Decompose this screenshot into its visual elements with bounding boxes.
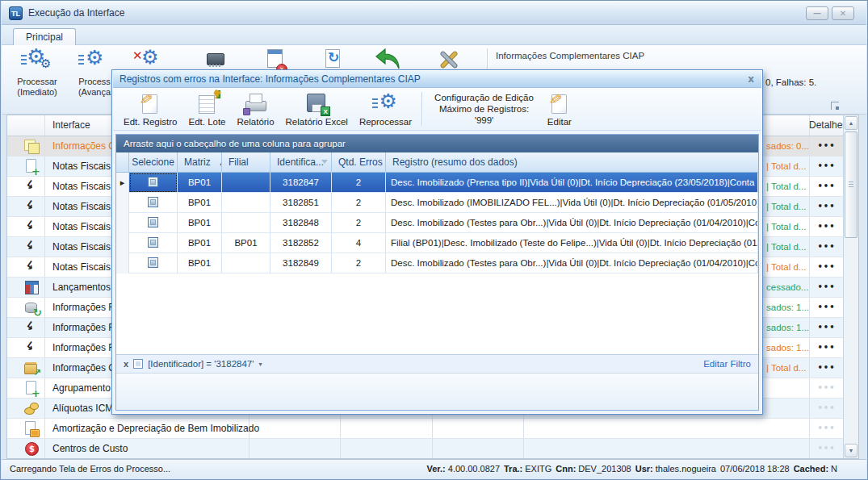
filter-expression[interactable]: [Identificador] = '3182847' — [148, 359, 254, 369]
row-indicator — [116, 253, 129, 273]
details-button[interactable]: ••• — [809, 298, 843, 317]
reprocess-gear-icon — [375, 92, 397, 114]
row-icon — [23, 179, 40, 194]
checkbox-icon[interactable] — [148, 177, 158, 187]
detalhes-column-header[interactable]: Detalhes — [809, 115, 844, 136]
edit-filter-link[interactable]: Editar Filtro — [703, 359, 751, 369]
details-button[interactable]: ••• — [809, 399, 843, 418]
interface-label: Amortização e Depreciação de Bem Imobili… — [52, 419, 504, 438]
interface-row[interactable]: Centros de Custo ••• — [7, 439, 843, 458]
processar-imediato-button[interactable]: Processar (Imediato) — [5, 48, 69, 98]
error-record-row[interactable]: ▸ BP01 3182847 2 Desc. Imobilizado (Pren… — [116, 173, 758, 193]
report-button[interactable]: Relatório — [232, 90, 280, 128]
status-fragment: sados: 0... — [766, 136, 811, 156]
details-button[interactable]: ••• — [809, 278, 843, 297]
group-by-bar[interactable]: Arraste aqui o cabeçalho de uma coluna p… — [116, 135, 758, 152]
select-cell[interactable] — [129, 233, 178, 253]
checkbox-icon[interactable] — [148, 197, 158, 207]
edit-record-button[interactable]: Edt. Registro — [118, 90, 182, 128]
minimize-button[interactable]: — — [806, 6, 828, 20]
filter-dropdown-icon[interactable]: ▾ — [258, 361, 262, 368]
status-segment: Ver.:4.00.00.0827 — [427, 464, 500, 474]
error-record-row[interactable]: BP01 3182849 2 Desc. Imobilizado (Testes… — [116, 253, 758, 273]
details-button[interactable]: ••• — [809, 257, 843, 277]
details-button[interactable]: ••• — [809, 338, 843, 357]
edit-batch-button[interactable]: Edt. Lote — [182, 90, 231, 128]
app-window: TL Execução da Interface — ✕ Principal P… — [0, 0, 868, 480]
error-records-dialog: Registros com erros na Interface: Inform… — [111, 69, 763, 415]
tab-principal[interactable]: Principal — [13, 28, 76, 45]
registro-column-header[interactable]: Registro (resumo dos dados) — [386, 152, 758, 173]
row-indicator — [116, 233, 129, 253]
identificador-column-header[interactable]: Identifica... — [270, 152, 332, 173]
details-button[interactable]: ••• — [809, 157, 843, 176]
select-cell[interactable] — [129, 173, 178, 193]
status-fragment: | Total d... — [766, 217, 811, 236]
registro-cell: Desc. Imobilizado (Prensa tipo II)|Vida … — [386, 173, 758, 193]
details-button[interactable]: ••• — [809, 439, 843, 458]
title-bar: TL Execução da Interface — ✕ — [2, 1, 866, 25]
checkbox-icon[interactable] — [148, 257, 158, 268]
checkbox-icon[interactable] — [148, 237, 158, 248]
group-dialog-launcher-icon[interactable] — [831, 102, 839, 110]
details-button[interactable]: ••• — [809, 217, 843, 236]
error-record-row[interactable]: BP01 BP01 3182852 4 Filial (BP01)|Desc. … — [116, 233, 758, 253]
matriz-column-header[interactable]: Matriz▲ — [178, 152, 222, 173]
details-button[interactable]: ••• — [809, 237, 843, 257]
process2-label: Process — [78, 77, 111, 87]
filter-checkbox[interactable] — [133, 359, 143, 369]
filial-cell — [222, 193, 270, 213]
details-button[interactable]: ••• — [809, 177, 843, 196]
select-cell[interactable] — [129, 253, 178, 273]
interface-row[interactable]: Amortização e Depreciação de Bem Imobili… — [7, 419, 843, 439]
identificador-cell: 3182852 — [270, 233, 332, 253]
matriz-cell: BP01 — [178, 253, 222, 273]
filial-column-header[interactable]: Filial — [222, 152, 270, 173]
select-cell[interactable] — [129, 213, 178, 233]
scroll-down-icon[interactable]: ▼ — [845, 444, 858, 457]
details-button[interactable]: ••• — [809, 318, 843, 337]
details-button[interactable]: ••• — [809, 419, 843, 438]
row-icon — [23, 219, 40, 234]
window-title: Execução da Interface — [28, 7, 124, 19]
registro-cell: Desc. Imobilizado (Testes para Obr...)|V… — [386, 253, 758, 273]
interface-column-header[interactable]: Interface — [52, 115, 90, 136]
row-indicator — [116, 193, 129, 213]
selecione-column-header[interactable]: Selecione — [129, 152, 178, 173]
details-button[interactable]: ••• — [809, 136, 843, 156]
process2-label2: (Avança — [78, 87, 111, 98]
select-cell[interactable] — [129, 193, 178, 213]
scrollbar-thumb[interactable] — [845, 131, 858, 238]
filter-funnel-icon[interactable] — [321, 160, 328, 164]
row-icon — [23, 361, 40, 375]
excel-report-button[interactable]: X Relatório Excel — [280, 90, 354, 128]
ribbon-group-label: Informações Complementares CIAP — [496, 51, 644, 61]
details-button[interactable]: ••• — [809, 358, 843, 378]
details-button[interactable]: ••• — [809, 197, 843, 216]
details-button[interactable]: ••• — [809, 378, 843, 398]
row-icon — [23, 421, 40, 436]
dialog-close-icon[interactable]: x — [748, 71, 754, 87]
dialog-column-headers: Selecione Matriz▲ Filial Identifica... Q… — [116, 152, 758, 173]
error-record-row[interactable]: BP01 3182848 2 Desc. Imobilizado (Testes… — [116, 213, 758, 233]
app-logo-icon: TL — [9, 6, 23, 20]
qtd-erros-column-header[interactable]: Qtd. Erros — [332, 152, 386, 173]
dialog-title-bar[interactable]: Registros com erros na Interface: Inform… — [113, 71, 761, 88]
processar-label: Processar — [17, 77, 57, 87]
scroll-up-icon[interactable]: ▲ — [845, 116, 858, 130]
identificador-cell: 3182847 — [270, 173, 332, 193]
remove-filter-icon[interactable]: x — [124, 359, 128, 369]
document-hand-icon — [196, 92, 219, 114]
qtd-erros-cell: 2 — [332, 193, 386, 213]
qtd-erros-cell: 2 — [332, 213, 386, 233]
reprocess-button[interactable]: Reprocessar — [354, 90, 417, 128]
ribbon-status-fragment: 0, Falhas: 5. — [765, 77, 816, 87]
edit-config-button[interactable]: Editar — [542, 90, 577, 128]
vertical-scrollbar[interactable]: ▲ ▼ — [843, 115, 858, 458]
filter-bar: x [Identificador] = '3182847' ▾ Editar F… — [116, 354, 758, 374]
printer-icon — [245, 92, 267, 114]
error-record-row[interactable]: BP01 3182851 2 Desc. Imobilizado (IMOBIL… — [116, 193, 758, 213]
close-button[interactable]: ✕ — [832, 6, 854, 20]
checkbox-icon[interactable] — [148, 217, 158, 227]
row-icon — [23, 139, 40, 153]
